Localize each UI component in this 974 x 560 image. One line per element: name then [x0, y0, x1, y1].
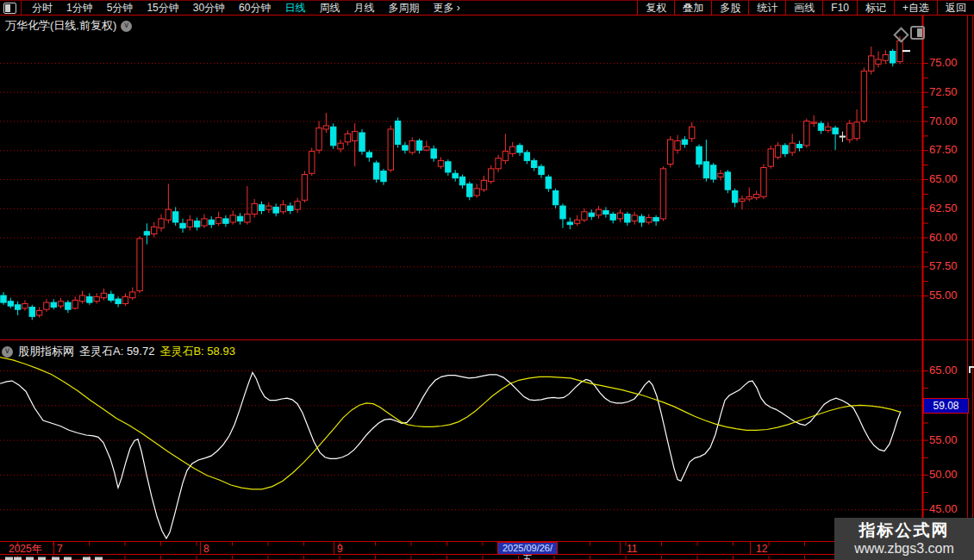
- indicator-axis-label: 50.00: [929, 469, 958, 481]
- main-axis-label: 67.50: [929, 144, 958, 156]
- indicator-source-label: 股朋指标网: [18, 344, 74, 359]
- month-label: 11: [627, 544, 637, 555]
- indicator-axis-label: 55.00: [929, 434, 958, 446]
- watermark-title: 指标公式网: [859, 521, 950, 540]
- toolbar-button[interactable]: 多股: [711, 1, 748, 15]
- main-axis-label: 57.50: [929, 260, 958, 272]
- page-title: 万华化学(日线.前复权): [5, 18, 116, 34]
- month-label: 12: [756, 544, 767, 555]
- indicator-chevron-icon[interactable]: ˅: [2, 346, 13, 358]
- month-label: 7: [57, 544, 63, 555]
- date-badge: 2025/09/26/五: [497, 542, 558, 555]
- toolbar-button[interactable]: +自选: [894, 1, 937, 15]
- toolbar-button[interactable]: F10: [822, 1, 857, 15]
- indicator-line-a-value: 圣灵石A: 59.72: [79, 344, 154, 359]
- month-label: 9: [337, 544, 343, 555]
- main-axis-label: 72.50: [929, 86, 958, 98]
- chart-title-row: 万华化学(日线.前复权) ˅: [5, 18, 132, 34]
- indicator-axis-label: 65.00: [929, 364, 958, 376]
- period-item[interactable]: 周线: [312, 1, 347, 15]
- period-item[interactable]: 日线: [278, 1, 312, 15]
- indicator-axis-label: 45.00: [929, 503, 958, 515]
- indicator-line-b-value: 圣灵石B: 58.93: [159, 344, 234, 359]
- year-label: 2025年: [9, 544, 42, 555]
- period-item[interactable]: 5分钟: [100, 1, 140, 15]
- tools-menu: 复权叠加多股统计画线F10标记+自选返回: [637, 1, 974, 15]
- period-item[interactable]: 月线: [347, 1, 381, 15]
- month-label: 8: [203, 544, 209, 555]
- main-axis-label: 65.00: [929, 173, 958, 185]
- period-item[interactable]: 多周期: [381, 1, 426, 15]
- top-toolbar: 分时1分钟5分钟15分钟30分钟60分钟日线周线月线多周期更多 › 复权叠加多股…: [0, 0, 974, 16]
- toolbar-button[interactable]: 返回: [937, 1, 974, 15]
- indicator-header: ˅ 股朋指标网 圣灵石A: 59.72 圣灵石B: 58.93: [2, 344, 235, 359]
- toolbar-button[interactable]: 统计: [748, 1, 785, 15]
- period-item[interactable]: 30分钟: [186, 1, 232, 15]
- toolbar-button[interactable]: 叠加: [674, 1, 711, 15]
- toolbar-button[interactable]: 标记: [857, 1, 894, 15]
- period-item[interactable]: 60分钟: [232, 1, 278, 15]
- period-item[interactable]: 1分钟: [59, 1, 100, 15]
- main-axis-label: 75.00: [929, 57, 958, 69]
- chart-canvas[interactable]: [0, 0, 974, 560]
- panel-toggle-icon[interactable]: [910, 26, 925, 40]
- main-axis-label: 60.00: [929, 232, 958, 244]
- indicator-value-badge: 59.08: [923, 398, 969, 414]
- watermark-url: www.zbgs3.com: [854, 540, 954, 557]
- window-panel-icon[interactable]: [3, 3, 16, 14]
- period-menu: 分时1分钟5分钟15分钟30分钟60分钟日线周线月线多周期更多 ›: [21, 1, 467, 15]
- watermark: 指标公式网 www.zbgs3.com: [834, 518, 974, 560]
- app-window: { "toolbar": { "left_items": [ {"label":…: [0, 0, 974, 560]
- chevron-down-icon[interactable]: ˅: [121, 21, 132, 32]
- main-axis-label: 55.00: [929, 289, 958, 302]
- main-axis-label: 62.50: [929, 202, 958, 215]
- period-item[interactable]: 15分钟: [140, 1, 185, 15]
- main-axis-label: 70.00: [929, 115, 958, 128]
- toolbar-button[interactable]: 复权: [637, 1, 674, 15]
- period-item[interactable]: 分时: [25, 1, 59, 15]
- period-item[interactable]: 更多 ›: [426, 1, 466, 15]
- toolbar-button[interactable]: 画线: [785, 1, 822, 15]
